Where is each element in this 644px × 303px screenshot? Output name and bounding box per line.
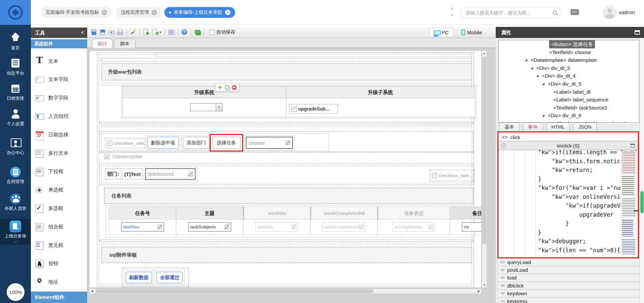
event-click-row[interactable]: <> click: [499, 133, 638, 141]
device-mobile-button[interactable]: Mobile: [457, 28, 486, 37]
tool-item-2[interactable]: 数字字段: [31, 89, 87, 107]
message-icon[interactable]: [571, 9, 579, 15]
save-icon[interactable]: [99, 29, 106, 36]
tree-node-div_dt_5[interactable]: ◢<Div> div_dt_5: [499, 80, 639, 88]
tool-item-9[interactable]: 组合框: [31, 218, 87, 236]
tool-item-11[interactable]: 按钮: [31, 255, 87, 273]
remove-icon[interactable]: [231, 85, 237, 90]
expand-icon[interactable]: ◢: [536, 72, 539, 80]
upgrade-system-select[interactable]: [190, 103, 222, 111]
move-icon[interactable]: [217, 85, 223, 90]
event-row-dblclick[interactable]: <>dblclick: [497, 282, 640, 290]
datatemplate-row[interactable]: Datatemplate: [104, 154, 142, 159]
tree-node-div_dt_6[interactable]: ◢<Div> div_dt_6: [499, 112, 639, 120]
splitter-handle[interactable]: [634, 210, 639, 211]
refresh-data-button[interactable]: 刷新数据: [126, 272, 152, 283]
scroll-left-icon[interactable]: ◀: [90, 289, 95, 294]
layers-icon[interactable]: [194, 29, 201, 36]
task-field-workIds[interactable]: workIds: [255, 222, 298, 231]
zoom-level-badge[interactable]: 100%: [7, 283, 24, 301]
prop-tab-事件[interactable]: 事件: [523, 123, 543, 132]
sidebar-item-4[interactable]: 办公中心: [0, 138, 31, 156]
checkbox-icon[interactable]: [107, 141, 112, 146]
tree-node-div_dt_3[interactable]: ◢<Div> div_dt_3: [499, 64, 639, 72]
tree-node-label_dt[interactable]: <Label> label_dt: [499, 88, 639, 96]
event-row-postLoad[interactable]: <>postLoad: [497, 266, 640, 274]
pass-all-button[interactable]: 全部通过: [157, 272, 183, 283]
select-all-checkbox[interactable]: checkbox_sele...: [105, 138, 145, 148]
sidebar-item-5[interactable]: 合同管理: [0, 167, 31, 185]
vertical-scrollbar[interactable]: ▲ ▼: [482, 50, 487, 288]
code-lines[interactable]: "kw">if(items.length == "num">0){ "kw">t…: [499, 150, 619, 255]
close-icon[interactable]: ×: [225, 10, 230, 15]
dept-type-label[interactable]: (T)Text: [122, 168, 143, 180]
tool-item-3[interactable]: 人员组织: [31, 107, 87, 125]
workspace-tab[interactable]: 表单编辑-上线任务审批×: [164, 7, 235, 18]
dropdown-caret-icon[interactable]: ▼: [159, 31, 162, 34]
preview-icon[interactable]: [108, 29, 115, 36]
sidebar-item-0[interactable]: 首页: [0, 33, 31, 51]
onclick-handler-row[interactable]: i onclick (S): [499, 141, 638, 150]
export-icon[interactable]: [143, 29, 150, 36]
scrollbar-thumb[interactable]: [482, 56, 486, 245]
sidebar-item-2[interactable]: 日程安排: [0, 83, 31, 101]
workspace-tab[interactable]: 流程应用管理×: [116, 7, 162, 18]
tree-node-div_dt_4[interactable]: ◢<Div> div_dt_4: [499, 72, 639, 80]
code-editor[interactable]: "kw">if(items.length == "num">0){ "kw">t…: [499, 150, 638, 258]
add-department-button[interactable]: 添加部门: [183, 137, 210, 149]
tree-node-label_sequence[interactable]: <Label> label_sequence: [499, 96, 639, 104]
autosave-checkbox[interactable]: [209, 30, 214, 35]
prop-tab-JSON[interactable]: JSON: [573, 123, 597, 132]
checkbox-icon[interactable]: [432, 173, 437, 178]
search-icon[interactable]: [553, 11, 557, 15]
task-field-co[interactable]: co: [462, 222, 482, 231]
event-row-queryLoad[interactable]: <>queryLoad: [497, 258, 640, 266]
help-icon[interactable]: [181, 29, 188, 36]
sidebar-item-1[interactable]: 信息平台: [0, 58, 31, 76]
tree-node-taskSource2[interactable]: <Textfield> taskSource2: [499, 104, 639, 112]
panel-restore-icon[interactable]: [635, 30, 640, 35]
username[interactable]: xadmin: [619, 0, 635, 25]
tool-section-header[interactable]: 系统组件: [31, 39, 87, 48]
dept-label[interactable]: 部门:: [105, 168, 121, 180]
expand-icon[interactable]: ◢: [542, 80, 544, 88]
choose-field[interactable]: choose: [246, 137, 293, 149]
sidebar-item-7[interactable]: 上线任务审...: [0, 219, 31, 245]
sidebar-item-6[interactable]: 外部人员管: [0, 193, 31, 212]
tree-node-选择任务[interactable]: <Button> 选择任务: [499, 40, 639, 48]
scroll-right-icon[interactable]: ▶: [476, 289, 481, 294]
tool-item-8[interactable]: 多选框: [31, 199, 87, 217]
tool-item-6[interactable]: 下拉框: [31, 163, 87, 181]
scrollbar-thumb[interactable]: [640, 191, 644, 213]
tool-item-0[interactable]: 文本: [31, 52, 87, 70]
new-icon[interactable]: [91, 29, 97, 36]
scroll-up-icon[interactable]: ▲: [482, 51, 487, 56]
wand-icon[interactable]: [130, 29, 137, 36]
section-sql-review[interactable]: sql附件审核: [102, 247, 472, 263]
task-field-activityNames[interactable]: activityNames: [392, 222, 435, 231]
tab-design[interactable]: 设计: [92, 39, 113, 48]
import-icon[interactable]: [152, 29, 158, 36]
event-row-keypress[interactable]: <>keypress: [497, 297, 640, 303]
prop-tab-基本[interactable]: 基本: [499, 123, 520, 132]
event-row-keydown[interactable]: <>keydown: [497, 290, 640, 297]
task-field-workCompletedId[interactable]: workCompletedId: [322, 222, 365, 231]
task-field-taskSubjects[interactable]: taskSubjects: [188, 222, 231, 231]
checkbox-icon[interactable]: [291, 106, 297, 112]
upgrade-subsystem-checkbox[interactable]: upgradeSub...: [289, 104, 338, 114]
tab-scroll-chevrons[interactable]: ∧∨: [449, 6, 455, 19]
close-icon[interactable]: ×: [102, 10, 107, 15]
tool-section-element[interactable]: Element组件: [31, 292, 87, 303]
list-icon[interactable]: [168, 29, 175, 36]
task-field-taskNos[interactable]: taskNos: [121, 222, 164, 231]
section-task-list[interactable]: 任务列表: [104, 188, 473, 204]
workspace-tab[interactable]: 页面编辑-开发组考核指标×: [41, 7, 112, 18]
section-war-list[interactable]: 升级war包列表: [102, 63, 472, 80]
code-minimap[interactable]: [621, 151, 636, 256]
app-logo[interactable]: [0, 0, 31, 25]
horizontal-scrollbar[interactable]: ◀ ▶: [89, 289, 482, 294]
tree-node-checkbox_selected[interactable]: <Checkbox> checkbox_selected: [499, 120, 639, 123]
tree-node-datatemplate[interactable]: ◢<Datatemplate> datatemplate: [499, 56, 639, 64]
tool-item-7[interactable]: 单选框: [31, 181, 87, 199]
panel-scrollbar[interactable]: [639, 38, 644, 303]
